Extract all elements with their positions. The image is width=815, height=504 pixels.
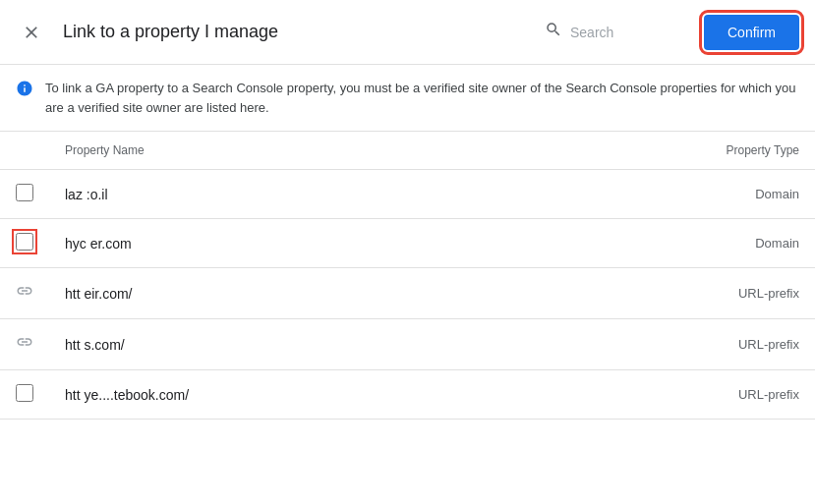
- row-checkbox[interactable]: [16, 184, 33, 201]
- col-header-type: Property Type: [687, 132, 815, 170]
- property-name: laz :o.il: [49, 170, 687, 219]
- property-table: Property Name Property Type laz :o.ilDom…: [0, 132, 815, 420]
- info-bar: To link a GA property to a Search Consol…: [0, 65, 815, 132]
- col-header-checkbox: [0, 132, 49, 170]
- table-row: htt ye....tebook.com/URL-prefix: [0, 370, 815, 420]
- table-row: htt eir.com/URL-prefix: [0, 268, 815, 319]
- property-type: URL-prefix: [687, 319, 815, 370]
- property-name: htt ye....tebook.com/: [49, 370, 687, 420]
- confirm-button[interactable]: Confirm: [704, 15, 799, 50]
- close-button[interactable]: [16, 17, 47, 48]
- table-row: laz :o.ilDomain: [0, 170, 815, 219]
- row-checkbox[interactable]: [16, 384, 33, 402]
- dialog-title: Link to a property I manage: [63, 22, 529, 42]
- col-header-name: Property Name: [49, 132, 687, 170]
- row-checkbox[interactable]: [16, 233, 33, 251]
- row-selector-cell: [0, 319, 49, 370]
- info-text: To link a GA property to a Search Consol…: [45, 79, 799, 117]
- property-type: URL-prefix: [687, 268, 815, 319]
- table-row: hyc er.comDomain: [0, 219, 815, 268]
- dialog-header: Link to a property I manage Confirm: [0, 0, 815, 65]
- table-row: htt s.com/URL-prefix: [0, 319, 815, 370]
- row-selector-cell: [0, 219, 49, 268]
- property-name: htt eir.com/: [49, 268, 687, 319]
- link-icon: [16, 284, 33, 304]
- row-selector-cell: [0, 370, 49, 420]
- property-type: Domain: [687, 219, 815, 268]
- link-icon: [16, 335, 33, 355]
- property-type: Domain: [687, 170, 815, 219]
- property-type: URL-prefix: [687, 370, 815, 420]
- table-header-row: Property Name Property Type: [0, 132, 815, 170]
- row-selector-cell: [0, 170, 49, 219]
- property-name: htt s.com/: [49, 319, 687, 370]
- search-input[interactable]: [570, 25, 688, 40]
- row-selector-cell: [0, 268, 49, 319]
- search-area: [545, 21, 688, 43]
- property-name: hyc er.com: [49, 219, 687, 268]
- info-icon: [16, 80, 33, 102]
- search-icon: [545, 21, 562, 43]
